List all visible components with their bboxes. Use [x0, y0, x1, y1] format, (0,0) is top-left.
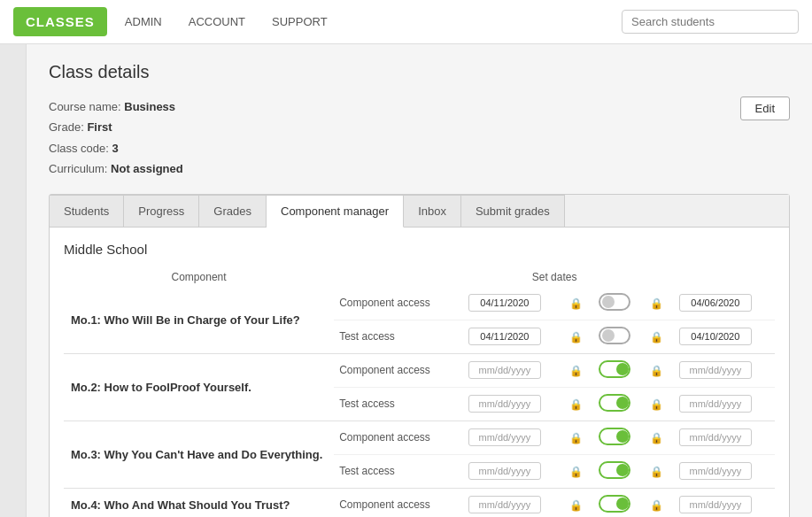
table-row: Mo.2: How to FoolProof Yourself.Componen…	[64, 353, 775, 421]
access-row: Test access🔒 🔒	[334, 320, 775, 353]
main-nav: ADMIN ACCOUNT SUPPORT	[125, 15, 622, 28]
nav-account[interactable]: ACCOUNT	[189, 15, 245, 28]
lock-icon-right[interactable]: 🔒	[645, 421, 674, 455]
tab-submit-grades[interactable]: Submit grades	[461, 195, 565, 227]
page-title: Class details	[49, 62, 790, 82]
access-label: Test access	[334, 387, 463, 421]
toggle-switch[interactable]	[599, 461, 630, 479]
date-start	[463, 454, 564, 488]
date-end	[674, 454, 775, 488]
date-end-input[interactable]	[679, 496, 752, 513]
access-label: Component access	[334, 354, 463, 388]
date-start-input[interactable]	[468, 428, 541, 446]
module-name: Mo.2: How to FoolProof Yourself.	[64, 353, 334, 421]
toggle-cell	[593, 421, 645, 455]
toggle-switch[interactable]	[599, 495, 630, 513]
access-cell: Component access🔒 🔒Test access🔒 🔒	[334, 421, 775, 488]
toggle-cell	[593, 489, 645, 517]
lock-icon-left[interactable]: 🔒	[564, 354, 593, 388]
access-label: Component access	[334, 287, 463, 320]
curriculum-row: Curriculum: Not assigned	[49, 158, 790, 179]
search-input[interactable]	[622, 10, 799, 34]
class-info: Course name: Business Grade: First Class…	[49, 96, 790, 180]
table-header: Component Set dates	[64, 267, 775, 287]
toggle-cell	[593, 454, 645, 488]
lock-icon-left[interactable]: 🔒	[564, 489, 593, 517]
lock-icon-left[interactable]: 🔒	[564, 287, 593, 320]
date-end	[674, 387, 775, 421]
module-name: Mo.1: Who Will Be in Charge of Your Life…	[64, 287, 334, 354]
tabs-bar: Students Progress Grades Component manag…	[50, 195, 789, 228]
lock-icon-right[interactable]: 🔒	[645, 454, 674, 488]
access-row: Component access🔒 🔒	[334, 354, 775, 388]
date-start-input[interactable]	[468, 462, 541, 480]
access-row: Component access🔒 🔒	[334, 489, 775, 517]
lock-icon-right[interactable]: 🔒	[645, 354, 674, 388]
date-end-input[interactable]	[679, 328, 752, 345]
nav-support[interactable]: SUPPORT	[272, 15, 328, 28]
main-content: Class details Course name: Business Grad…	[27, 44, 812, 517]
lock-icon-right[interactable]: 🔒	[645, 489, 674, 517]
brand-logo[interactable]: CLASSES	[13, 7, 107, 36]
classcode-row: Class code: 3	[49, 138, 790, 158]
course-name-row: Course name: Business	[49, 96, 790, 117]
access-row: Test access🔒 🔒	[334, 454, 775, 488]
date-end-input[interactable]	[679, 395, 752, 413]
access-cell: Component access🔒 🔒Test access🔒 🔒	[334, 353, 775, 421]
search-area	[622, 10, 799, 34]
lock-icon-right[interactable]: 🔒	[645, 320, 674, 353]
toggle-switch[interactable]	[599, 428, 630, 445]
tab-grades[interactable]: Grades	[199, 195, 267, 227]
date-start-input[interactable]	[468, 361, 541, 379]
date-end-input[interactable]	[679, 294, 752, 312]
table-row: Mo.3: Why You Can't Have and Do Everythi…	[64, 421, 775, 488]
tab-component-manager[interactable]: Component manager	[267, 195, 404, 228]
date-end-input[interactable]	[679, 428, 752, 446]
lock-icon-right[interactable]: 🔒	[645, 387, 674, 421]
toggle-cell	[593, 354, 645, 388]
toggle-switch[interactable]	[599, 394, 630, 412]
access-label: Component access	[334, 421, 463, 455]
date-start-input[interactable]	[468, 395, 541, 413]
toggle-cell	[593, 387, 645, 421]
edit-button[interactable]: Edit	[740, 96, 790, 120]
grade-value: First	[87, 120, 112, 134]
nav-admin[interactable]: ADMIN	[125, 15, 162, 28]
lock-icon-right[interactable]: 🔒	[645, 287, 674, 320]
col-header-component: Component	[64, 267, 334, 287]
lock-icon-left[interactable]: 🔒	[564, 421, 593, 455]
table-row: Mo.1: Who Will Be in Charge of Your Life…	[64, 287, 775, 354]
component-table: Component Set dates Mo.1: Who Will Be in…	[64, 267, 775, 517]
lock-icon-left[interactable]: 🔒	[564, 320, 593, 353]
date-start-input[interactable]	[468, 328, 541, 345]
course-value: Business	[124, 100, 175, 113]
date-start-input[interactable]	[468, 496, 541, 513]
toggle-switch[interactable]	[599, 327, 630, 344]
access-row: Component access🔒 🔒	[334, 287, 775, 320]
access-row: Test access🔒 🔒	[334, 387, 775, 421]
classcode-value: 3	[112, 142, 119, 155]
access-cell: Component access🔒 🔒	[334, 488, 775, 517]
date-end	[674, 354, 775, 388]
topnav: CLASSES ADMIN ACCOUNT SUPPORT	[0, 0, 812, 44]
module-name: Mo.3: Why You Can't Have and Do Everythi…	[64, 421, 334, 488]
tab-content-component-manager: Middle School Component Set dates Mo.1: …	[50, 228, 789, 517]
lock-icon-left[interactable]: 🔒	[564, 387, 593, 421]
date-end	[674, 320, 775, 353]
access-cell: Component access🔒 🔒Test access🔒 🔒	[334, 287, 775, 354]
tab-students[interactable]: Students	[50, 195, 124, 227]
date-end-input[interactable]	[679, 361, 752, 379]
tab-progress[interactable]: Progress	[124, 195, 199, 227]
tab-inbox[interactable]: Inbox	[404, 195, 461, 227]
date-start	[463, 354, 564, 388]
lock-icon-left[interactable]: 🔒	[564, 454, 593, 488]
date-start-input[interactable]	[468, 294, 541, 312]
date-start	[463, 287, 564, 320]
classcode-label: Class code:	[49, 142, 109, 155]
toggle-switch[interactable]	[599, 293, 630, 311]
date-end	[674, 421, 775, 455]
toggle-switch[interactable]	[599, 360, 630, 378]
access-label: Component access	[334, 489, 463, 517]
date-end-input[interactable]	[679, 462, 752, 480]
course-label: Course name:	[49, 100, 121, 113]
